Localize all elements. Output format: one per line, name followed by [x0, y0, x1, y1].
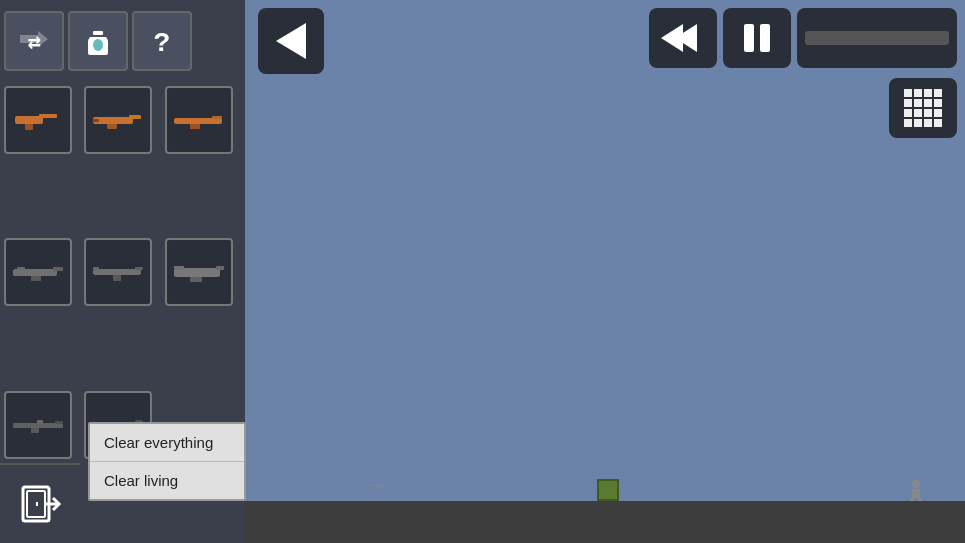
- inventory-icon: [80, 23, 116, 59]
- ground: [245, 501, 965, 543]
- svg-point-6: [93, 39, 103, 51]
- svg-rect-17: [190, 124, 200, 129]
- back-button[interactable]: [258, 8, 324, 74]
- weapon-slot-1[interactable]: [4, 86, 72, 154]
- swap-button[interactable]: ⇄: [4, 11, 64, 71]
- svg-rect-23: [135, 267, 143, 270]
- rifle-icon: [91, 258, 145, 286]
- svg-rect-33: [37, 420, 43, 424]
- svg-rect-8: [15, 116, 43, 124]
- svg-rect-12: [129, 115, 141, 119]
- svg-text:⇄: ⇄: [27, 31, 40, 56]
- assault-icon: [11, 258, 65, 286]
- progress-bar-container: [797, 8, 957, 68]
- lmg-icon: [172, 258, 226, 286]
- svg-rect-5: [93, 31, 103, 35]
- svg-rect-20: [31, 276, 41, 281]
- exit-button[interactable]: [0, 463, 80, 543]
- rewind-icon: [669, 24, 697, 52]
- svg-rect-25: [113, 275, 121, 281]
- top-toolbar: ⇄ ?: [0, 0, 245, 82]
- weapon-slot-7[interactable]: [4, 391, 72, 459]
- app-container: — ⇄: [0, 0, 965, 543]
- exit-icon: [17, 481, 63, 527]
- pistol-icon: [11, 106, 65, 134]
- svg-rect-21: [17, 267, 25, 270]
- npc-icon: [907, 479, 925, 501]
- svg-rect-10: [25, 124, 33, 130]
- svg-rect-9: [39, 114, 57, 118]
- back-arrow-icon: [276, 23, 306, 59]
- game-canvas: [245, 0, 965, 543]
- npc-figure: [907, 479, 925, 501]
- svg-rect-27: [216, 266, 224, 270]
- svg-rect-14: [93, 119, 99, 122]
- svg-rect-22: [93, 269, 141, 275]
- svg-rect-18: [13, 269, 57, 276]
- svg-rect-2: [910, 498, 914, 501]
- svg-rect-13: [107, 124, 117, 129]
- help-icon: ?: [144, 23, 180, 59]
- svg-rect-32: [31, 428, 39, 433]
- progress-bar: [805, 31, 949, 45]
- weapon-slot-3[interactable]: [165, 86, 233, 154]
- shotgun-icon: [172, 106, 226, 134]
- swap-icon: ⇄: [16, 23, 52, 59]
- pause-icon: [744, 24, 770, 52]
- inventory-button[interactable]: [68, 11, 128, 71]
- svg-point-0: [912, 480, 920, 488]
- weapon-slot-4[interactable]: [4, 238, 72, 306]
- grid-toggle-button[interactable]: [889, 78, 957, 138]
- sniper-icon: [11, 411, 65, 439]
- ground-weapon: —: [369, 472, 384, 498]
- help-button[interactable]: ?: [132, 11, 192, 71]
- svg-rect-28: [190, 277, 202, 282]
- smg-icon: [91, 106, 145, 134]
- top-right-controls: [649, 8, 957, 68]
- svg-rect-16: [212, 116, 222, 119]
- clear-living-button[interactable]: Clear living: [90, 462, 244, 499]
- pause-button[interactable]: [723, 8, 791, 68]
- context-menu: Clear everything Clear living: [88, 422, 246, 501]
- svg-text:?: ?: [154, 28, 171, 59]
- svg-rect-24: [93, 267, 99, 270]
- weapon-slot-6[interactable]: [165, 238, 233, 306]
- svg-rect-31: [55, 421, 63, 424]
- svg-rect-3: [918, 498, 922, 501]
- svg-rect-29: [174, 266, 184, 270]
- weapon-slot-2[interactable]: [84, 86, 152, 154]
- weapon-slot-5[interactable]: [84, 238, 152, 306]
- rewind-button[interactable]: [649, 8, 717, 68]
- svg-rect-19: [53, 267, 63, 271]
- player-character: [597, 479, 619, 501]
- svg-rect-1: [912, 489, 920, 498]
- grid-icon: [904, 89, 942, 127]
- clear-everything-button[interactable]: Clear everything: [90, 424, 244, 462]
